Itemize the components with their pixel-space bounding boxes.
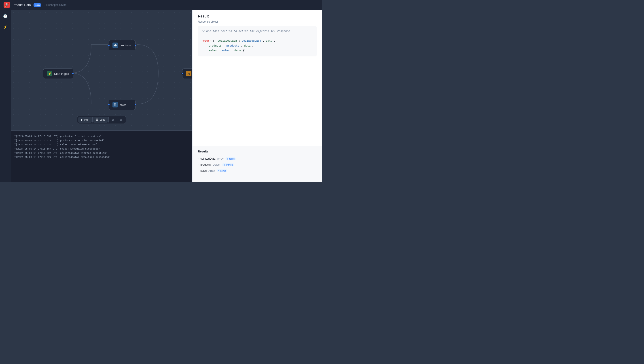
topbar: 🚀 Product Data Beta All changes saved	[0, 0, 322, 10]
result-key-sales: sales	[200, 169, 206, 172]
bottom-toolbar: ▶ Run ☰ Logs ⊕ ⊖	[77, 116, 126, 124]
code-line-3: sales : sales . data })	[202, 48, 313, 53]
main-area: 🕐 ⚡ ⚡ Start trigger ☁️ products	[0, 10, 322, 182]
result-type-products: Object	[212, 163, 220, 166]
results-section: Results › collatedData Array 4 items › p…	[192, 146, 322, 182]
zoom-fit-icon: ⊕	[112, 118, 114, 121]
results-section-title: Results	[198, 150, 317, 153]
result-item-sales[interactable]: › sales Array 4 items	[198, 168, 317, 174]
beta-badge: Beta	[34, 3, 41, 7]
sidebar: 🕐 ⚡	[0, 10, 11, 182]
result-item-products[interactable]: › products Object 4 entries	[198, 162, 317, 168]
zoom-out-icon: ⊖	[120, 118, 122, 121]
result-item-collated[interactable]: › collatedData Array 4 items	[198, 156, 317, 162]
save-status: All changes saved	[44, 3, 66, 7]
right-panel: Result Response object // Use this secti…	[192, 10, 322, 182]
sales-label: sales	[120, 103, 126, 107]
zoom-fit-button[interactable]: ⊕	[109, 117, 117, 123]
bolt-sidebar-icon[interactable]: ⚡	[2, 23, 9, 31]
cloud-node-icon: ☁️	[112, 43, 118, 48]
chevron-icon-collated: ›	[198, 158, 198, 160]
chevron-icon-sales: ›	[198, 170, 198, 172]
app-title: Product Data	[12, 3, 31, 7]
start-trigger-label: Start trigger	[54, 72, 69, 75]
result-title: Result	[198, 14, 317, 18]
zoom-out-button[interactable]: ⊖	[117, 117, 125, 123]
run-button[interactable]: ▶ Run	[78, 117, 92, 123]
canvas-area: ⚡ Start trigger ☁️ products 🗄 sales JS c…	[11, 10, 192, 182]
code-line-2: products : products . data ,	[202, 44, 313, 49]
code-line-1: return ({ collatedData : collatedData . …	[202, 39, 313, 44]
logs-icon: ☰	[96, 118, 98, 121]
result-subtitle: Response object	[198, 20, 317, 23]
log-line-1: "[2024-05-09 14:27:16.331 UTC] products:…	[14, 134, 189, 139]
code-editor[interactable]: // Use this section to define the expect…	[198, 26, 317, 56]
sales-node[interactable]: 🗄 sales	[109, 100, 136, 110]
js-node-icon: JS	[186, 71, 192, 76]
result-type-collated: Array	[217, 157, 224, 160]
start-trigger-node[interactable]: ⚡ Start trigger	[43, 69, 73, 79]
result-key-products: products	[200, 163, 211, 166]
logo-icon[interactable]: 🚀	[4, 2, 10, 8]
code-comment: // Use this section to define the expect…	[202, 29, 313, 34]
history-icon[interactable]: 🕐	[2, 13, 9, 20]
log-console[interactable]: "[2024-05-09 14:27:16.331 UTC] products:…	[11, 130, 192, 182]
log-line-2: "[2024-05-09 14:27:16.417 UTC] products:…	[14, 139, 189, 143]
result-count-products: 4 entries	[222, 163, 234, 166]
log-line-3: "[2024-05-09 14:27:16.524 UTC] sales: St…	[14, 143, 189, 147]
chevron-icon-products: ›	[198, 164, 198, 166]
result-count-collated: 4 items	[226, 157, 236, 160]
toolbar-divider-2	[108, 117, 109, 122]
result-key-collated: collatedData	[200, 157, 215, 160]
products-node[interactable]: ☁️ products	[109, 40, 136, 50]
result-count-sales: 4 items	[217, 169, 227, 172]
result-section: Result Response object // Use this secti…	[192, 10, 322, 146]
logs-button[interactable]: ☰ Logs	[93, 117, 108, 123]
bolt-node-icon: ⚡	[47, 71, 52, 76]
log-line-6: "[2024-05-09 14:27:16.627 UTC] collatedD…	[14, 155, 189, 159]
result-type-sales: Array	[208, 169, 215, 172]
run-icon: ▶	[81, 118, 83, 121]
products-label: products	[120, 44, 131, 47]
toolbar-divider-1	[92, 117, 92, 122]
db-node-icon: 🗄	[112, 102, 118, 107]
log-line-4: "[2024-05-09 14:27:16.554 UTC] sales: Ex…	[14, 147, 189, 151]
collated-node[interactable]: JS colla...	[182, 69, 192, 79]
log-line-5: "[2024-05-09 14:27:16.624 UTC] collatedD…	[14, 151, 189, 155]
